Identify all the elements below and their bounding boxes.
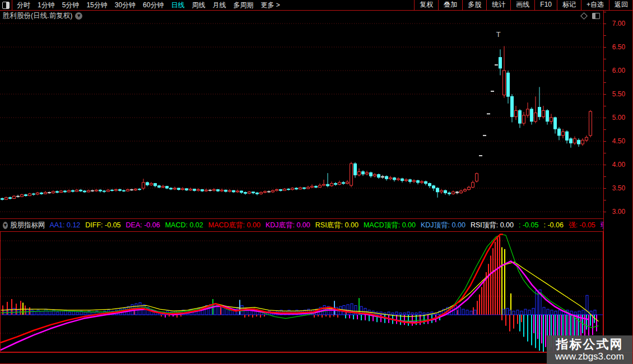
indicator-value: : -0.06 [543, 221, 563, 229]
diamond-icon[interactable] [580, 12, 588, 20]
indicator-axis [603, 219, 633, 352]
price-axis-label: 5.50 [604, 90, 633, 98]
axis-tick [604, 141, 606, 142]
axis-tick [604, 129, 606, 130]
indicator-value: DIFF: -0.05 [85, 221, 120, 229]
title-bar: 胜利股份(日线.前复权) ▼ [0, 11, 603, 21]
axis-tick [604, 118, 606, 118]
period-tab-分时[interactable]: 分时 [17, 1, 30, 10]
period-tab-更多 >[interactable]: 更多 > [260, 1, 280, 10]
period-tab-15分钟[interactable]: 15分钟 [86, 1, 107, 10]
action-button-F10[interactable]: F10 [534, 0, 557, 10]
split-layout-icon [2, 2, 10, 9]
trading-app-window: 分时1分钟5分钟15分钟30分钟60分钟日线周线月线多周期更多 > 复权叠加多股… [0, 0, 633, 364]
page-title: 胜利股份(日线.前复权) [0, 11, 72, 21]
axis-tick [604, 165, 606, 165]
indicator-chart[interactable] [0, 231, 603, 352]
period-tab-60分钟[interactable]: 60分钟 [143, 1, 164, 10]
watermark-url: www.zbgs3.com [555, 351, 624, 362]
watermark: 指标公式网 www.zbgs3.com [547, 335, 632, 364]
collapse-icon[interactable]: ▼ [3, 222, 8, 229]
axis-tick [604, 106, 606, 106]
layout-toggle-button[interactable] [0, 0, 12, 10]
action-button-+自选[interactable]: +自选 [581, 0, 609, 10]
toolbar-actions: 复权叠加多股统计画线F10标记+自选返回 [414, 0, 633, 10]
indicator-value: RSI顶背: 0.00 [471, 221, 514, 230]
timeline[interactable] [0, 352, 633, 364]
price-axis-label: 6.00 [604, 67, 633, 74]
candlestick-chart[interactable]: T [0, 21, 603, 219]
price-axis-label: 4.50 [604, 137, 633, 145]
action-button-复权[interactable]: 复权 [414, 0, 438, 10]
price-axis-label: 3.00 [604, 208, 633, 216]
axis-tick [604, 59, 606, 59]
axis-tick [604, 47, 606, 48]
axis-tick [604, 188, 606, 189]
title-bar-icons [581, 13, 600, 19]
watermark-title: 指标公式网 [556, 338, 623, 351]
period-tab-月线[interactable]: 月线 [212, 1, 226, 10]
indicator-value: DEA: -0.06 [126, 221, 160, 229]
axis-tick [604, 24, 606, 24]
action-button-叠加[interactable]: 叠加 [438, 0, 462, 10]
axis-tick [604, 71, 606, 71]
axis-tick [604, 12, 606, 12]
price-axis-label: 5.00 [604, 114, 633, 122]
indicator-value: KDJ顶背: 0.00 [421, 221, 466, 230]
period-menu: 分时1分钟5分钟15分钟30分钟60分钟日线周线月线多周期更多 > [12, 1, 414, 10]
period-tab-日线[interactable]: 日线 [171, 1, 184, 10]
period-tab-30分钟[interactable]: 30分钟 [115, 1, 136, 10]
price-axis-label: 6.50 [604, 43, 633, 51]
indicator-value: : -0.05 [519, 221, 538, 229]
period-tab-1分钟[interactable]: 1分钟 [38, 1, 55, 10]
axis-tick [604, 82, 606, 83]
action-button-统计[interactable]: 统计 [486, 0, 510, 10]
action-button-标记[interactable]: 标记 [557, 0, 581, 10]
toolbar: 分时1分钟5分钟15分钟30分钟60分钟日线周线月线多周期更多 > 复权叠加多股… [0, 0, 633, 11]
period-tab-周线[interactable]: 周线 [192, 1, 205, 10]
split-window-icon[interactable] [592, 13, 600, 19]
axis-tick [604, 94, 606, 95]
price-axis-label: 3.50 [604, 184, 633, 192]
axis-tick [604, 35, 606, 36]
price-axis: 7.006.506.005.505.004.504.003.503.00 [603, 10, 633, 219]
axis-tick [604, 212, 606, 212]
price-axis-label: 4.00 [604, 161, 633, 169]
price-axis-label: 7.00 [604, 20, 633, 27]
indicator-value: MACD顶背: 0.00 [364, 221, 416, 230]
indicator-value: AA1: 0.12 [49, 221, 80, 229]
indicator-source-label: 股朋指标网 [10, 221, 45, 230]
action-button-返回[interactable]: 返回 [609, 0, 633, 10]
indicator-value: MACD: 0.02 [165, 221, 203, 229]
svg-text:T: T [496, 31, 501, 39]
chevron-down-icon[interactable]: ▼ [75, 12, 82, 20]
axis-tick [604, 153, 606, 153]
indicator-value: MACD底背: 0.00 [208, 221, 260, 230]
indicator-value: RSI底背: 0.00 [315, 221, 359, 230]
indicator-value: KDJ底背: 0.00 [266, 221, 310, 230]
action-button-多股[interactable]: 多股 [462, 0, 486, 10]
period-tab-多周期[interactable]: 多周期 [233, 1, 253, 10]
axis-tick [604, 200, 606, 200]
action-button-画线[interactable]: 画线 [510, 0, 534, 10]
indicator-value: 强: -0.05 [569, 221, 595, 230]
axis-tick [604, 176, 606, 177]
indicator-header: ▼ 股朋指标网 AA1: 0.12DIFF: -0.05DEA: -0.06MA… [0, 219, 603, 231]
period-tab-5分钟[interactable]: 5分钟 [62, 1, 80, 10]
